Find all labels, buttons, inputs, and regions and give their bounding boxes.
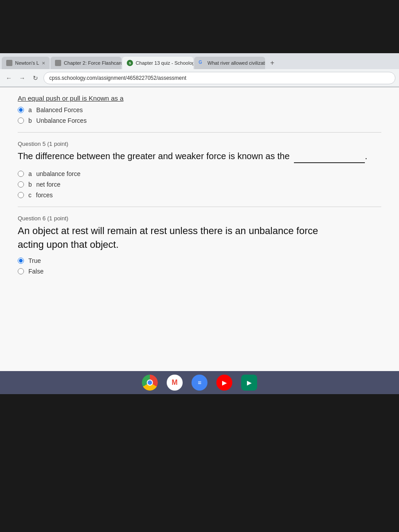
divider-q5-q6 xyxy=(18,207,381,207)
address-text: cpss.schoology.com/assignment/4658227052… xyxy=(49,75,186,81)
question6-text-line2: acting upon that object. xyxy=(18,239,119,250)
tab-chapter13[interactable]: S Chapter 13 quiz - Schoology ✕ xyxy=(122,57,193,69)
address-bar[interactable]: cpss.schoology.com/assignment/4658227052… xyxy=(43,72,395,84)
docs-symbol: ≡ xyxy=(198,379,201,386)
tab-label-chapter13: Chapter 13 quiz - Schoology xyxy=(136,60,193,66)
question4-radio-a[interactable] xyxy=(18,107,24,113)
question5-option-c-text: forces xyxy=(36,192,53,199)
question5-text-content: The difference between the greater and w… xyxy=(18,151,289,161)
reload-button[interactable]: ↻ xyxy=(30,73,41,83)
tab-chapter2[interactable]: Chapter 2: Force Flashcards © ✕ xyxy=(51,57,121,69)
taskbar: M ≡ ▶ ▶ xyxy=(0,371,399,394)
question5-option-b-label: b xyxy=(28,181,32,188)
taskbar-gmail-icon[interactable]: M xyxy=(167,375,183,391)
question6-label: Question 6 (1 point) xyxy=(18,215,381,222)
question6-radio-true[interactable] xyxy=(18,258,24,264)
question5-container: Question 5 (1 point) The difference betw… xyxy=(18,141,381,199)
bottom-dark-area xyxy=(0,394,399,532)
question6-text-line1: An object at rest will remain at rest un… xyxy=(18,225,318,236)
question6-container: Question 6 (1 point) An object at rest w… xyxy=(18,215,381,275)
chrome-inner-circle xyxy=(147,379,153,386)
tab-label-chapter2: Chapter 2: Force Flashcards © xyxy=(64,60,121,66)
question5-radio-a[interactable] xyxy=(18,171,24,177)
question5-option-a[interactable]: a unbalance force xyxy=(18,170,381,177)
question4-option-b[interactable]: b Unbalance Forces xyxy=(18,117,381,124)
tab-newtons[interactable]: Newton's L ✕ xyxy=(2,57,50,69)
question5-text: The difference between the greater and w… xyxy=(18,150,381,163)
question4-option-a-label: a xyxy=(28,106,32,113)
question4-radio-b[interactable] xyxy=(18,117,24,124)
tab-label-newtons: Newton's L xyxy=(15,60,39,66)
question5-option-b-text: net force xyxy=(36,181,60,188)
question6-text: An object at rest will remain at rest un… xyxy=(18,224,381,252)
youtube-symbol: ▶ xyxy=(222,379,227,386)
tab-bar: Newton's L ✕ Chapter 2: Force Flashcards… xyxy=(0,53,399,69)
question4-option-b-label: b xyxy=(28,117,32,124)
question5-option-c[interactable]: c forces xyxy=(18,192,381,199)
page-content: An equal push or pull is Known as a a Ba… xyxy=(0,87,399,371)
question6-options: True False xyxy=(18,257,381,275)
tab-favicon-chapter2 xyxy=(55,60,61,66)
tab-river[interactable]: G What river allowed civilization... ✕ xyxy=(194,57,265,69)
taskbar-chrome-icon[interactable] xyxy=(142,375,158,391)
partial-question-text: An equal push or pull is Known as a xyxy=(18,94,381,102)
question6-option-true-text: True xyxy=(28,257,41,264)
forward-button[interactable]: → xyxy=(17,73,27,83)
new-tab-button[interactable]: + xyxy=(266,57,278,69)
back-button[interactable]: ← xyxy=(4,73,14,83)
tab-favicon-chapter13: S xyxy=(127,60,133,66)
question5-options: a unbalance force b net force c forces xyxy=(18,170,381,199)
question6-radio-false[interactable] xyxy=(18,268,24,274)
question5-option-a-label: a xyxy=(28,170,32,177)
divider-q4-q5 xyxy=(18,132,381,133)
taskbar-play-icon[interactable]: ▶ xyxy=(241,375,257,391)
taskbar-youtube-icon[interactable]: ▶ xyxy=(216,375,232,391)
question4-option-a-text: Balanced Forces xyxy=(36,106,83,113)
taskbar-docs-icon[interactable]: ≡ xyxy=(192,375,207,391)
top-dark-area xyxy=(0,0,399,53)
question6-option-false-text: False xyxy=(28,268,43,275)
question5-blank xyxy=(294,150,365,163)
question5-radio-b[interactable] xyxy=(18,181,24,188)
question5-option-b[interactable]: b net force xyxy=(18,181,381,188)
play-symbol: ▶ xyxy=(247,379,252,386)
question6-option-true[interactable]: True xyxy=(18,257,381,264)
gmail-letter: M xyxy=(172,379,177,387)
tab-label-river: What river allowed civilization... xyxy=(207,60,265,66)
question5-option-a-text: unbalance force xyxy=(36,170,81,177)
question4-option-a[interactable]: a Balanced Forces xyxy=(18,106,381,113)
question5-option-c-label: c xyxy=(28,192,31,199)
tab-favicon-river: G xyxy=(199,60,205,66)
question6-option-false[interactable]: False xyxy=(18,268,381,275)
question4-option-b-text: Unbalance Forces xyxy=(36,117,87,124)
tab-close-newtons[interactable]: ✕ xyxy=(42,61,45,66)
question4-options: a Balanced Forces b Unbalance Forces xyxy=(18,106,381,124)
address-bar-row: ← → ↻ cpss.schoology.com/assignment/4658… xyxy=(0,69,399,87)
question5-radio-c[interactable] xyxy=(18,192,24,198)
question5-label: Question 5 (1 point) xyxy=(18,141,381,147)
tab-favicon-newtons xyxy=(6,60,12,66)
browser-window: Newton's L ✕ Chapter 2: Force Flashcards… xyxy=(0,53,399,87)
